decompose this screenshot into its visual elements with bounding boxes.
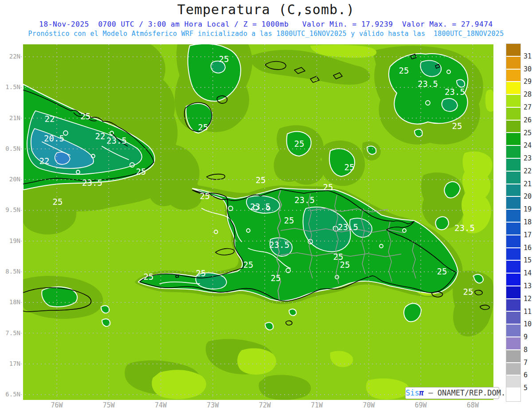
weather-map-page: Temperatura (C,somb.) 18-Nov-2025 0700 U…	[0, 0, 532, 411]
contour-label: 23.5	[418, 79, 438, 89]
colorbar-label: 15	[524, 256, 532, 264]
colorbar-label: 13	[524, 282, 532, 290]
x-axis-label: 70W	[356, 401, 382, 409]
y-axis-label: 17N	[1, 360, 20, 367]
colorbar-label: 19	[524, 205, 532, 213]
colorbar-label: 20	[524, 192, 532, 200]
colorbar-label: 31	[524, 52, 532, 60]
contour-label: 25	[144, 272, 154, 282]
contour-label: 25	[463, 287, 473, 297]
colorbar-block	[506, 197, 520, 210]
colorbar-block	[506, 57, 520, 70]
colorbar-block	[506, 146, 520, 159]
contour-label: 23.5	[106, 136, 127, 145]
onamet-logo-badge: Sisπ – ONAMET/REP.DOM.	[405, 387, 499, 399]
colorbar-block	[506, 286, 520, 299]
y-axis-label: 18N	[1, 298, 20, 305]
colorbar-block	[506, 108, 520, 121]
contour-label: 25	[294, 139, 305, 149]
contour-label: 25	[284, 215, 294, 225]
colorbar-label: 11	[524, 308, 532, 316]
contour-label: 22	[39, 156, 50, 166]
contour-label: 20.5	[44, 133, 64, 143]
colorbar-block	[506, 235, 520, 248]
contour-label: 23.5	[82, 178, 102, 188]
y-axis-label: 8.5N	[1, 268, 20, 275]
colorbar-block	[506, 121, 520, 133]
colorbar-block	[506, 274, 520, 286]
colorbar-block	[506, 325, 520, 337]
colorbar-label: 10	[524, 320, 532, 328]
colorbar-label: 12	[524, 295, 532, 303]
contour-label: 25	[198, 122, 208, 132]
contour-label: 25	[243, 260, 254, 270]
colorbar-block	[506, 95, 520, 108]
contour-label: 23.5	[338, 222, 358, 232]
contour-label: 25	[452, 121, 462, 131]
contour-label: 25	[196, 268, 206, 278]
temperature-map: 25252220.52223.52223.52525252523.523.525…	[0, 0, 532, 411]
colorbar-block	[506, 184, 520, 197]
contour-label: 25	[219, 54, 229, 64]
y-axis-label: 7.5N	[1, 329, 20, 337]
colorbar-block	[506, 159, 520, 172]
y-axis-label: 6.5N	[1, 391, 20, 398]
colorbar-block	[506, 172, 520, 184]
y-axis-label: 21N	[1, 114, 20, 121]
x-axis-label: 68W	[459, 401, 486, 409]
colorbar-label: 21	[524, 180, 532, 188]
colorbar-block	[506, 337, 520, 350]
y-axis-label: 9.5N	[1, 206, 20, 213]
contour-label: 22	[95, 131, 106, 141]
colorbar-label: 30	[524, 65, 532, 73]
colorbar-label: 26	[524, 116, 532, 124]
contour-label: 22	[45, 114, 55, 124]
colorbar-label: 22	[524, 167, 532, 175]
colorbar-label: 17	[524, 231, 532, 239]
colorbar-block	[506, 350, 520, 363]
colorbar-block	[506, 376, 520, 388]
contour-label: 23.5	[294, 195, 315, 205]
contour-label: 25	[136, 167, 146, 176]
contour-label: 25	[200, 191, 210, 201]
colorbar-label: 24	[524, 141, 532, 149]
contour-label: 25	[399, 66, 409, 75]
colorbar-block	[506, 312, 520, 325]
x-axis-label: 73W	[200, 401, 226, 409]
colorbar-label: 29	[524, 78, 532, 86]
colorbar-block	[506, 299, 520, 312]
contour-label: 25	[323, 182, 333, 192]
colorbar-label: 14	[524, 269, 532, 277]
y-axis-label: 1.5N	[1, 83, 20, 90]
y-axis-label: 20N	[1, 176, 20, 183]
colorbar-block	[506, 388, 520, 401]
colorbar-label: 7	[524, 359, 528, 367]
contour-label: 25	[437, 266, 447, 276]
contour-label: 25	[344, 162, 355, 172]
colorbar-label: 23	[524, 154, 532, 162]
colorbar-block	[506, 223, 520, 235]
contour-label: 25	[271, 273, 281, 283]
logo-pi-icon: π	[419, 388, 424, 397]
colorbar-label: 5	[524, 384, 528, 392]
colorbar-label: 8	[524, 346, 528, 354]
contour-label: 25	[256, 175, 266, 185]
y-axis-label: 19N	[1, 237, 20, 244]
contour-label: 25	[53, 197, 63, 207]
y-axis-label: 0.5N	[1, 145, 20, 152]
colorbar-block	[506, 133, 520, 146]
logo-onamet-text: – ONAMET/REP.DOM.	[428, 388, 505, 397]
colorbar-label: 25	[524, 129, 532, 137]
colorbar	[506, 43, 521, 402]
contour-label: 23.5	[250, 202, 270, 211]
colorbar-block	[506, 82, 520, 95]
colorbar-label: 18	[524, 218, 532, 226]
colorbar-label: 16	[524, 244, 532, 252]
logo-sis-text: Sis	[406, 388, 419, 397]
y-axis-label: 22N	[1, 53, 20, 60]
x-axis-label: 71W	[304, 401, 330, 409]
colorbar-label: 9	[524, 333, 528, 341]
contour-label: 23.5	[269, 240, 289, 250]
contour-label: 23.5	[445, 87, 465, 97]
colorbar-block	[506, 363, 520, 376]
